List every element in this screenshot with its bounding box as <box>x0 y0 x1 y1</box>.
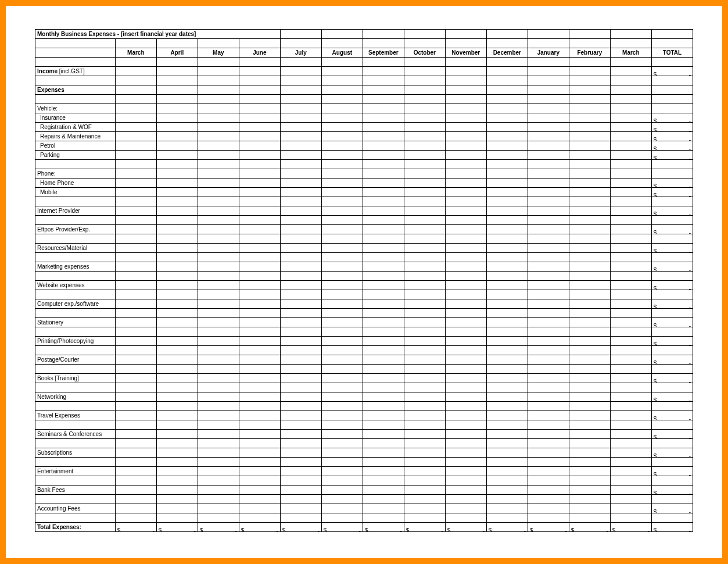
expense-cell[interactable] <box>528 141 569 151</box>
expense-cell[interactable] <box>321 179 363 188</box>
expense-cell[interactable] <box>363 486 404 495</box>
expense-cell[interactable] <box>445 504 486 513</box>
cell[interactable] <box>610 160 651 169</box>
cell[interactable] <box>280 272 321 281</box>
expense-cell[interactable] <box>363 318 404 327</box>
cell[interactable] <box>486 169 528 179</box>
cell[interactable] <box>363 420 404 430</box>
cell[interactable] <box>280 513 321 523</box>
expense-cell[interactable] <box>528 448 569 458</box>
cell[interactable] <box>404 495 445 504</box>
expense-cell[interactable] <box>404 337 445 346</box>
expense-cell[interactable] <box>280 123 321 132</box>
cell[interactable] <box>486 234 528 244</box>
expense-cell[interactable] <box>610 123 651 132</box>
expense-cell[interactable] <box>115 337 156 346</box>
cell[interactable] <box>239 402 280 411</box>
expense-cell[interactable] <box>528 281 569 290</box>
cell[interactable] <box>280 30 321 39</box>
cell[interactable] <box>651 476 693 486</box>
cell[interactable] <box>445 30 486 39</box>
expense-cell[interactable] <box>610 355 651 365</box>
cell[interactable] <box>156 76 198 85</box>
cell[interactable] <box>321 160 363 169</box>
cell[interactable] <box>528 365 569 374</box>
cell[interactable] <box>651 76 693 85</box>
expense-cell[interactable] <box>363 299 404 309</box>
income-cell[interactable] <box>363 67 404 76</box>
expense-cell[interactable] <box>569 244 610 253</box>
cell[interactable] <box>528 216 569 225</box>
expense-cell[interactable] <box>486 262 528 272</box>
expense-cell[interactable] <box>321 392 363 402</box>
expense-cell[interactable] <box>445 225 486 234</box>
expense-cell[interactable] <box>569 337 610 346</box>
expense-cell[interactable] <box>610 206 651 216</box>
cell[interactable] <box>198 327 239 337</box>
cell[interactable] <box>569 30 610 39</box>
cell[interactable] <box>569 476 610 486</box>
cell[interactable] <box>569 439 610 448</box>
cell[interactable] <box>35 216 116 225</box>
cell[interactable] <box>404 234 445 244</box>
expense-cell[interactable] <box>363 374 404 383</box>
expense-cell[interactable] <box>528 430 569 439</box>
expense-cell[interactable] <box>569 179 610 188</box>
cell[interactable] <box>280 495 321 504</box>
cell[interactable] <box>239 420 280 430</box>
cell[interactable] <box>198 439 239 448</box>
expense-cell[interactable] <box>528 179 569 188</box>
cell[interactable] <box>198 420 239 430</box>
expense-cell[interactable] <box>404 151 445 160</box>
expense-cell[interactable] <box>486 123 528 132</box>
cell[interactable] <box>35 76 116 85</box>
cell[interactable] <box>321 365 363 374</box>
expense-cell[interactable] <box>610 225 651 234</box>
expense-cell[interactable] <box>156 504 198 513</box>
cell[interactable] <box>651 253 693 262</box>
expense-cell[interactable] <box>280 318 321 327</box>
expense-cell[interactable] <box>569 123 610 132</box>
cell[interactable] <box>445 169 486 179</box>
cell[interactable] <box>363 253 404 262</box>
cell[interactable] <box>115 476 156 486</box>
expense-cell[interactable] <box>280 225 321 234</box>
cell[interactable] <box>363 216 404 225</box>
expense-cell[interactable] <box>486 206 528 216</box>
cell[interactable] <box>445 253 486 262</box>
cell[interactable] <box>321 39 363 48</box>
expense-cell[interactable] <box>115 374 156 383</box>
cell[interactable] <box>651 197 693 206</box>
cell[interactable] <box>651 58 693 67</box>
cell[interactable] <box>486 290 528 299</box>
cell[interactable] <box>363 85 404 95</box>
expense-cell[interactable] <box>156 430 198 439</box>
expense-cell[interactable] <box>280 486 321 495</box>
cell[interactable] <box>445 383 486 392</box>
cell[interactable] <box>610 39 651 48</box>
expense-cell[interactable] <box>363 448 404 458</box>
expense-cell[interactable] <box>239 448 280 458</box>
expense-cell[interactable] <box>321 430 363 439</box>
cell[interactable] <box>569 197 610 206</box>
cell[interactable] <box>569 160 610 169</box>
expense-cell[interactable] <box>115 430 156 439</box>
cell[interactable] <box>35 160 116 169</box>
cell[interactable] <box>115 495 156 504</box>
cell[interactable] <box>321 104 363 113</box>
cell[interactable] <box>569 365 610 374</box>
cell[interactable] <box>239 58 280 67</box>
cell[interactable] <box>321 439 363 448</box>
expense-cell[interactable] <box>239 355 280 365</box>
expense-cell[interactable] <box>528 113 569 123</box>
expense-cell[interactable] <box>486 411 528 420</box>
cell[interactable] <box>35 39 116 48</box>
expense-cell[interactable] <box>280 411 321 420</box>
cell[interactable] <box>198 76 239 85</box>
income-cell[interactable] <box>610 67 651 76</box>
cell[interactable] <box>528 346 569 355</box>
cell[interactable] <box>404 30 445 39</box>
cell[interactable] <box>280 95 321 104</box>
expense-cell[interactable] <box>321 113 363 123</box>
expense-cell[interactable] <box>445 337 486 346</box>
